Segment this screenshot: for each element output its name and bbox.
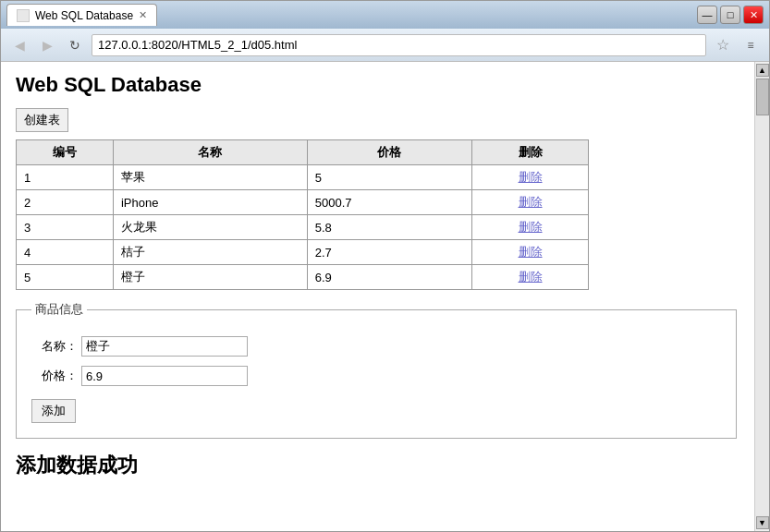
table-row: 3火龙果5.8删除 xyxy=(17,215,589,240)
navigation-bar: ◀ ▶ ↻ 127.0.0.1:8020/HTML5_2_1/d05.html … xyxy=(1,29,769,62)
scrollbar[interactable]: ▲ ▼ xyxy=(754,62,769,531)
cell-price: 5 xyxy=(307,165,471,190)
cell-price: 5.8 xyxy=(307,215,471,240)
cell-delete: 删除 xyxy=(472,265,589,290)
forward-button[interactable]: ▶ xyxy=(36,34,58,56)
cell-name: iPhone xyxy=(113,190,307,215)
col-header-price: 价格 xyxy=(307,140,471,165)
success-message: 添加数据成功 xyxy=(16,452,739,479)
col-header-name: 名称 xyxy=(113,140,307,165)
table-row: 4桔子2.7删除 xyxy=(17,240,589,265)
cell-price: 2.7 xyxy=(307,240,471,265)
create-table-button[interactable]: 创建表 xyxy=(16,108,68,132)
products-table: 编号 名称 价格 删除 1苹果5删除2iPhone5000.7删除3火龙果5.8… xyxy=(16,139,589,290)
col-header-id: 编号 xyxy=(17,140,114,165)
address-bar[interactable]: 127.0.0.1:8020/HTML5_2_1/d05.html xyxy=(92,34,706,56)
delete-link[interactable]: 删除 xyxy=(519,220,543,234)
col-header-delete: 删除 xyxy=(472,140,589,165)
cell-delete: 删除 xyxy=(472,240,589,265)
product-form: 商品信息 名称： 价格： 添加 xyxy=(16,301,737,439)
form-legend: 商品信息 xyxy=(31,301,87,318)
price-input[interactable] xyxy=(81,366,248,386)
delete-link[interactable]: 删除 xyxy=(519,270,543,284)
name-row: 名称： xyxy=(31,336,721,357)
table-row: 2iPhone5000.7删除 xyxy=(17,190,589,215)
refresh-button[interactable]: ↻ xyxy=(64,34,86,56)
cell-id: 1 xyxy=(17,165,114,190)
browser-tab[interactable]: Web SQL Database ✕ xyxy=(6,4,157,26)
cell-delete: 删除 xyxy=(472,215,589,240)
cell-id: 5 xyxy=(17,265,114,290)
close-button[interactable]: ✕ xyxy=(743,6,764,24)
cell-id: 3 xyxy=(17,215,114,240)
scroll-down-button[interactable]: ▼ xyxy=(756,516,769,529)
price-label: 价格： xyxy=(31,368,78,384)
tab-favicon xyxy=(17,9,30,22)
cell-id: 4 xyxy=(17,240,114,265)
table-row: 1苹果5删除 xyxy=(17,165,589,190)
add-button[interactable]: 添加 xyxy=(31,399,76,423)
back-button[interactable]: ◀ xyxy=(8,34,31,56)
maximize-button[interactable]: □ xyxy=(720,6,740,24)
delete-link[interactable]: 删除 xyxy=(519,170,543,184)
scroll-thumb[interactable] xyxy=(756,79,769,115)
table-header-row: 编号 名称 价格 删除 xyxy=(17,140,589,165)
page-content: Web SQL Database 创建表 编号 名称 价格 删除 1苹果5删除2… xyxy=(1,62,754,531)
cell-price: 5000.7 xyxy=(307,190,471,215)
minimize-button[interactable]: — xyxy=(697,6,717,24)
table-row: 5橙子6.9删除 xyxy=(17,265,589,290)
bookmark-button[interactable]: ☆ xyxy=(712,34,734,56)
tab-title: Web SQL Database xyxy=(35,9,133,22)
scroll-up-button[interactable]: ▲ xyxy=(756,64,769,77)
cell-delete: 删除 xyxy=(472,165,589,190)
cell-name: 火龙果 xyxy=(113,215,307,240)
delete-link[interactable]: 删除 xyxy=(519,245,543,259)
page-title: Web SQL Database xyxy=(16,73,739,97)
cell-name: 橙子 xyxy=(113,265,307,290)
window-controls: — □ ✕ xyxy=(697,6,764,24)
name-input[interactable] xyxy=(81,336,248,357)
cell-name: 桔子 xyxy=(113,240,307,265)
url-text: 127.0.0.1:8020/HTML5_2_1/d05.html xyxy=(98,38,297,52)
menu-button[interactable]: ≡ xyxy=(739,34,762,56)
cell-name: 苹果 xyxy=(113,165,307,190)
name-label: 名称： xyxy=(31,338,78,355)
cell-delete: 删除 xyxy=(472,190,589,215)
title-bar: Web SQL Database ✕ — □ ✕ xyxy=(1,1,769,29)
price-row: 价格： xyxy=(31,366,721,386)
tab-close-button[interactable]: ✕ xyxy=(139,9,147,21)
delete-link[interactable]: 删除 xyxy=(519,195,543,209)
cell-id: 2 xyxy=(17,190,114,215)
cell-price: 6.9 xyxy=(307,265,471,290)
